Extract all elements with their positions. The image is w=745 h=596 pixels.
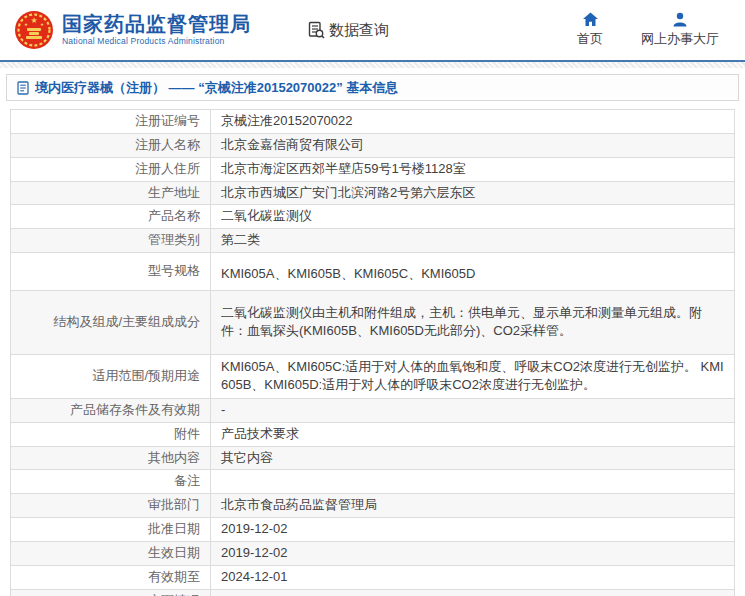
nav-home[interactable]: 首页	[577, 12, 603, 48]
row-label: 生产地址	[11, 181, 211, 205]
nav-service-hall[interactable]: 网上办事大厅	[641, 12, 719, 48]
table-row: 生产地址北京市西城区广安门北滨河路2号第六层东区	[11, 181, 735, 205]
table-row: 产品名称二氧化碳监测仪	[11, 205, 735, 229]
table-row: 管理类别第二类	[11, 229, 735, 253]
table-row: 型号规格KMI605A、KMI605B、KMI605C、KMI605D	[11, 253, 735, 291]
row-value: KMI605A、KMI605C:适用于对人体的血氧饱和度、呼吸末CO2浓度进行无…	[211, 354, 735, 398]
breadcrumb: 境内医疗器械（注册） —— “京械注准20152070022” 基本信息	[6, 74, 739, 101]
row-label: 批准日期	[11, 518, 211, 542]
row-value-text: 二氧化碳监测仪	[221, 208, 312, 223]
row-label-text: 结构及组成/主要组成成分	[53, 314, 200, 329]
row-value-text: 北京市海淀区西郊半壁店59号1号楼1128室	[221, 161, 466, 176]
row-value: 第二类	[211, 229, 735, 253]
row-value: 二氧化碳监测仪由主机和附件组成，主机：供电单元、显示单元和测量单元组成。附件：血…	[211, 290, 735, 354]
site-header: ★ ★ ★ 国家药品监督管理局 National Medical Product…	[0, 0, 745, 60]
row-value-text: KMI605A、KMI605C:适用于对人体的血氧饱和度、呼吸末CO2浓度进行无…	[221, 359, 724, 393]
row-label-text: 变更情况	[148, 593, 200, 596]
breadcrumb-text: 境内医疗器械（注册） —— “京械注准20152070022” 基本信息	[35, 79, 398, 97]
document-icon	[17, 81, 29, 95]
person-icon	[672, 12, 688, 27]
row-value-text: 第二类	[221, 232, 260, 247]
row-value: 2024-12-01	[211, 565, 735, 589]
row-label: 有效期至	[11, 565, 211, 589]
row-label-text: 型号规格	[148, 263, 200, 278]
row-label: 适用范围/预期用途	[11, 354, 211, 398]
row-value-text: 其它内容	[221, 450, 273, 465]
row-label: 附件	[11, 422, 211, 446]
svg-text:★: ★	[30, 16, 37, 25]
row-value: 北京市海淀区西郊半壁店59号1号楼1128室	[211, 157, 735, 181]
row-label-text: 其他内容	[148, 450, 200, 465]
row-value: 二氧化碳监测仪	[211, 205, 735, 229]
data-query-link[interactable]: 数据查询	[307, 21, 389, 40]
row-label: 审批部门	[11, 494, 211, 518]
nav-service-hall-label: 网上办事大厅	[641, 30, 719, 48]
row-label-text: 备注	[174, 473, 200, 488]
row-label-text: 注册证编号	[135, 113, 200, 128]
table-row: 产品储存条件及有效期-	[11, 398, 735, 422]
logo-title-en: National Medical Products Administration	[62, 37, 251, 46]
row-label: 注册证编号	[11, 110, 211, 134]
row-value: -	[211, 398, 735, 422]
row-value-text: 二氧化碳监测仪由主机和附件组成，主机：供电单元、显示单元和测量单元组成。附件：血…	[221, 305, 702, 339]
row-label-text: 生效日期	[148, 545, 200, 560]
row-label: 变更情况	[11, 589, 211, 596]
logo-text: 国家药品监督管理局 National Medical Products Admi…	[62, 13, 251, 46]
row-label-text: 产品储存条件及有效期	[70, 402, 200, 417]
header-nav: 首页 网上办事大厅	[577, 12, 733, 48]
row-value-text: 北京市食品药品监督管理局	[221, 497, 377, 512]
table-row: 审批部门北京市食品药品监督管理局	[11, 494, 735, 518]
svg-text:★: ★	[24, 22, 28, 27]
table-row: 附件产品技术要求	[11, 422, 735, 446]
row-label-text: 附件	[174, 426, 200, 441]
row-value-text: 京械注准20152070022	[221, 113, 353, 128]
row-label: 注册人住所	[11, 157, 211, 181]
row-value: 北京市西城区广安门北滨河路2号第六层东区	[211, 181, 735, 205]
table-row: 注册人住所北京市海淀区西郊半壁店59号1号楼1128室	[11, 157, 735, 181]
data-query-label: 数据查询	[329, 21, 389, 40]
row-label-text: 注册人住所	[135, 161, 200, 176]
row-label-text: 注册人名称	[135, 137, 200, 152]
table-row: 备注	[11, 470, 735, 494]
row-value: 其它内容	[211, 446, 735, 470]
row-value: KMI605A、KMI605B、KMI605C、KMI605D	[211, 253, 735, 291]
row-label: 其他内容	[11, 446, 211, 470]
table-row: 变更情况	[11, 589, 735, 596]
row-label: 产品储存条件及有效期	[11, 398, 211, 422]
row-label-text: 管理类别	[148, 232, 200, 247]
row-value-text: KMI605A、KMI605B、KMI605C、KMI605D	[221, 266, 475, 281]
row-label: 备注	[11, 470, 211, 494]
row-label: 型号规格	[11, 253, 211, 291]
row-value-text: 2019-12-02	[221, 545, 288, 560]
row-value: 北京金嘉信商贸有限公司	[211, 133, 735, 157]
row-value-text: 2019-12-02	[221, 521, 288, 536]
row-label-text: 产品名称	[148, 208, 200, 223]
row-label: 管理类别	[11, 229, 211, 253]
row-value-text: 北京金嘉信商贸有限公司	[221, 137, 364, 152]
logo-title-zh: 国家药品监督管理局	[62, 13, 251, 35]
row-value-text: 北京市西城区广安门北滨河路2号第六层东区	[221, 185, 475, 200]
document-search-icon	[307, 21, 325, 39]
row-value-text: 产品技术要求	[221, 426, 299, 441]
home-icon	[582, 12, 599, 27]
table-row: 注册证编号京械注准20152070022	[11, 110, 735, 134]
row-label-text: 适用范围/预期用途	[92, 368, 200, 383]
row-label: 生效日期	[11, 541, 211, 565]
table-row: 批准日期2019-12-02	[11, 518, 735, 542]
row-value: 2019-12-02	[211, 518, 735, 542]
table-row: 注册人名称北京金嘉信商贸有限公司	[11, 133, 735, 157]
row-label: 结构及组成/主要组成成分	[11, 290, 211, 354]
row-label: 产品名称	[11, 205, 211, 229]
row-value-text: -	[221, 402, 225, 417]
table-row: 适用范围/预期用途KMI605A、KMI605C:适用于对人体的血氧饱和度、呼吸…	[11, 354, 735, 398]
row-label: 注册人名称	[11, 133, 211, 157]
table-row: 有效期至2024-12-01	[11, 565, 735, 589]
row-value	[211, 589, 735, 596]
row-value: 产品技术要求	[211, 422, 735, 446]
row-value	[211, 470, 735, 494]
row-value: 京械注准20152070022	[211, 110, 735, 134]
header-divider-hatch	[0, 62, 745, 68]
row-label-text: 生产地址	[148, 185, 200, 200]
row-value: 北京市食品药品监督管理局	[211, 494, 735, 518]
row-label-text: 批准日期	[148, 521, 200, 536]
